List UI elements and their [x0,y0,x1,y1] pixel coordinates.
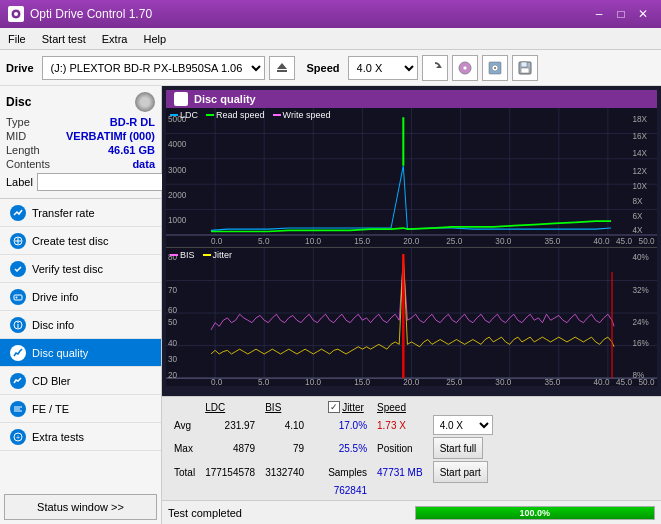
minimize-button[interactable]: – [589,5,609,23]
save-button[interactable] [512,55,538,81]
progress-area: Test completed 100.0% [162,500,661,524]
disc-button[interactable] [452,55,478,81]
sidebar-item-fe-te[interactable]: FE / TE [0,395,161,423]
total-samples: 762841 [324,485,371,496]
sidebar-item-extra-tests[interactable]: + Extra tests [0,423,161,451]
svg-text:15.0: 15.0 [354,376,370,386]
svg-marker-4 [436,65,442,68]
speed-label: Speed [307,62,340,74]
extra-tests-icon: + [10,429,26,445]
fe-te-icon [10,401,26,417]
sidebar-item-disc-info[interactable]: Disc info [0,311,161,339]
stats-bar: LDC BIS Jitter Speed Avg 231.97 4 [162,396,661,500]
app-icon [8,6,24,22]
main-content: Disc Type BD-R DL MID VERBATIMf (000) Le… [0,86,661,524]
max-bis: 79 [261,437,308,459]
create-test-disc-icon [10,233,26,249]
charts-area: LDC Read speed Write speed [166,108,657,386]
drive-select[interactable]: (J:) PLEXTOR BD-R PX-LB950SA 1.06 [42,56,265,80]
read-speed-legend: Read speed [206,110,265,120]
svg-rect-16 [14,295,22,300]
svg-text:0.0: 0.0 [211,376,222,386]
sidebar-item-disc-quality[interactable]: Disc quality [0,339,161,367]
svg-text:25.0: 25.0 [446,236,462,247]
top-chart-legend: LDC Read speed Write speed [170,110,330,120]
svg-rect-11 [521,62,527,67]
disc-length-row: Length 46.61 GB [6,144,155,156]
speed-select[interactable]: 4.0 X [348,56,418,80]
disc-quality-label: Disc quality [32,347,88,359]
status-text: Test completed [168,507,407,519]
svg-text:32%: 32% [632,283,648,294]
svg-text:60: 60 [168,304,177,315]
svg-text:8X: 8X [632,195,642,206]
extra-tests-label: Extra tests [32,431,84,443]
svg-text:40.0: 40.0 [594,236,610,247]
avg-speed: 1.73 X [373,415,427,435]
eject-button[interactable] [269,56,295,80]
disc-length-value: 46.61 GB [108,144,155,156]
svg-text:4000: 4000 [168,139,186,150]
cd-bler-label: CD Bler [32,375,71,387]
top-chart: LDC Read speed Write speed [166,108,657,248]
svg-text:20.0: 20.0 [403,236,419,247]
disc-length-label: Length [6,144,40,156]
drive-info-icon [10,289,26,305]
speed-select-stats[interactable]: 4.0 X [433,415,493,435]
status-window-button[interactable]: Status window >> [4,494,157,520]
bottom-chart-legend: BIS Jitter [170,250,232,260]
sidebar-item-create-test-disc[interactable]: Create test disc [0,227,161,255]
svg-text:18X: 18X [632,113,647,124]
menu-start-test[interactable]: Start test [34,31,94,47]
svg-text:1000: 1000 [168,215,186,226]
svg-text:5.0: 5.0 [258,376,269,386]
start-full-button[interactable]: Start full [433,437,484,459]
svg-text:16X: 16X [632,131,647,142]
svg-text:6X: 6X [632,210,642,221]
menu-extra[interactable]: Extra [94,31,136,47]
refresh-button[interactable] [422,55,448,81]
sidebar-item-drive-info[interactable]: Drive info [0,283,161,311]
menu-file[interactable]: File [0,31,34,47]
svg-rect-3 [277,70,287,72]
drive-info-label: Drive info [32,291,78,303]
drive-toolbar: Drive (J:) PLEXTOR BD-R PX-LB950SA 1.06 … [0,50,661,86]
disc-label-key: Label [6,176,33,188]
svg-text:25.0: 25.0 [446,376,462,386]
svg-text:0.0: 0.0 [211,236,223,247]
maximize-button[interactable]: □ [611,5,631,23]
disc-icon [135,92,155,112]
sidebar: Disc Type BD-R DL MID VERBATIMf (000) Le… [0,86,162,524]
svg-point-20 [17,321,18,322]
sidebar-item-transfer-rate[interactable]: Transfer rate [0,199,161,227]
disc-info-label: Disc info [32,319,74,331]
svg-text:45.0: 45.0 [616,236,632,247]
window-controls: – □ ✕ [589,5,653,23]
chart-title: Disc quality [194,93,256,105]
drive-label: Drive [6,62,34,74]
jitter-checkbox[interactable] [328,401,340,413]
svg-text:50.0 GB: 50.0 GB [639,376,657,386]
svg-text:+: + [16,434,20,441]
disc-label-input[interactable] [37,173,181,191]
sidebar-item-cd-bler[interactable]: CD Bler [0,367,161,395]
max-ldc: 4879 [201,437,259,459]
svg-text:45.0: 45.0 [616,376,632,386]
title-bar: Opti Drive Control 1.70 – □ ✕ [0,0,661,28]
svg-text:3000: 3000 [168,164,186,175]
svg-text:40%: 40% [632,251,648,262]
avg-ldc: 231.97 [201,415,259,435]
menu-bar: File Start test Extra Help [0,28,661,50]
close-button[interactable]: ✕ [633,5,653,23]
start-part-button[interactable]: Start part [433,461,488,483]
media-button[interactable] [482,55,508,81]
svg-text:35.0: 35.0 [544,236,560,247]
total-ldc: 177154578 [201,461,259,483]
nav-items: Transfer rate Create test disc Verify te… [0,199,161,490]
app-title: Opti Drive Control 1.70 [30,7,152,21]
sidebar-item-verify-test-disc[interactable]: Verify test disc [0,255,161,283]
svg-text:2000: 2000 [168,190,186,201]
menu-help[interactable]: Help [135,31,174,47]
svg-marker-2 [277,63,287,69]
svg-text:20.0: 20.0 [403,376,419,386]
